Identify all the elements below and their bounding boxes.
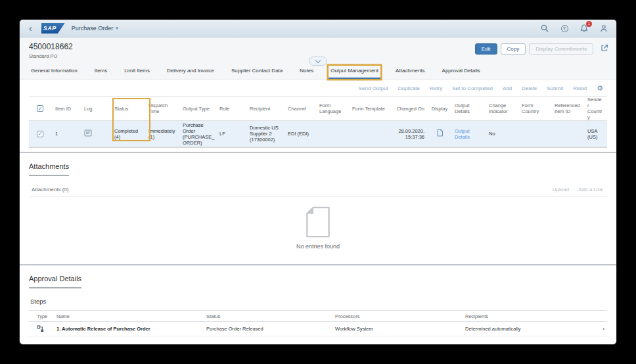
chevron-down-icon bbox=[315, 57, 321, 62]
add-button[interactable]: Add bbox=[503, 85, 512, 91]
column-header-form-language: Form Language bbox=[319, 102, 352, 114]
display-document-icon[interactable] bbox=[436, 129, 443, 139]
column-header-form-template: Form Template bbox=[352, 106, 392, 112]
cell-status: Completed (4) bbox=[114, 128, 148, 140]
approval-details-section-title: Approval Details bbox=[29, 275, 81, 288]
share-icon[interactable] bbox=[601, 44, 608, 54]
chevron-down-icon: ▾ bbox=[116, 26, 118, 31]
search-icon[interactable] bbox=[540, 24, 549, 33]
cell-role: LF bbox=[219, 131, 250, 137]
column-header-status: Status bbox=[114, 106, 148, 112]
cell-changed-on: 28.09.2020, 15:37:36 bbox=[392, 128, 428, 140]
cell-channel: EDI (EDI) bbox=[288, 131, 319, 137]
column-header-role: Role bbox=[219, 106, 250, 112]
steps-title: Steps bbox=[30, 298, 607, 305]
app-title-label: Purchase Order bbox=[72, 25, 114, 32]
column-header-recipient: Recipient bbox=[250, 106, 288, 112]
page-header-titles: 4500018662 Standard PO bbox=[29, 42, 73, 59]
tab-bar: General Information Items Limit Items De… bbox=[20, 62, 616, 80]
cell-output-type: Purchase Order (PURCHASE_ORDER) bbox=[183, 122, 219, 146]
column-header-display: Display bbox=[428, 106, 455, 112]
log-icon[interactable] bbox=[84, 129, 92, 139]
add-a-link-button[interactable]: Add a Link bbox=[578, 187, 603, 193]
upload-button[interactable]: Upload bbox=[553, 187, 569, 193]
cell-item-id: 1 bbox=[55, 131, 84, 137]
column-header-output-details: Output Details bbox=[455, 102, 489, 114]
app-window: ‹ SAP Purchase Order ▾ ? 1 bbox=[20, 20, 616, 344]
approval-details-section: Approval Details Steps Type Name Status … bbox=[20, 265, 616, 336]
column-header-name: Name bbox=[57, 313, 206, 319]
attachments-count: Attachments (0) bbox=[32, 187, 68, 193]
steps-table: Type Name Status Processors Recipients bbox=[29, 310, 607, 336]
desktop-background: ‹ SAP Purchase Order ▾ ? 1 bbox=[0, 0, 636, 364]
attachments-actions: Upload Add a Link bbox=[553, 187, 603, 193]
empty-document-icon bbox=[306, 206, 330, 238]
column-header-output-type: Output Type bbox=[183, 106, 219, 112]
tab-general-information[interactable]: General Information bbox=[29, 66, 80, 79]
help-glyph: ? bbox=[561, 25, 568, 32]
header-actions: Edit Copy Display Commitments bbox=[475, 43, 608, 55]
attachments-section-title: Attachments bbox=[29, 162, 69, 176]
column-header-log: Log bbox=[84, 106, 114, 112]
delete-button[interactable]: Delete bbox=[522, 85, 537, 91]
column-header-dispatch-time: Dispatch Time bbox=[148, 102, 183, 114]
tab-output-management[interactable]: Output Management bbox=[329, 66, 380, 79]
workflow-step-icon bbox=[37, 325, 44, 332]
shell-bar: ‹ SAP Purchase Order ▾ ? 1 bbox=[20, 20, 616, 37]
step-recipients: Determined automatically bbox=[465, 326, 594, 332]
row-chevron-icon[interactable]: › bbox=[594, 326, 604, 332]
tab-items[interactable]: Items bbox=[93, 66, 110, 79]
attachments-empty-state: No entries found bbox=[29, 197, 607, 260]
sap-logo: SAP bbox=[41, 23, 65, 34]
cell-change-indicator: No bbox=[489, 131, 522, 137]
tab-notes[interactable]: Notes bbox=[298, 66, 315, 79]
column-header-step-status: Status bbox=[206, 313, 335, 319]
display-commitments-button[interactable]: Display Commitments bbox=[529, 43, 593, 55]
tab-approval-details[interactable]: Approval Details bbox=[440, 66, 482, 79]
step-processors: Workflow System bbox=[335, 326, 465, 332]
tab-attachments[interactable]: Attachments bbox=[394, 66, 426, 79]
notification-badge: 1 bbox=[586, 21, 592, 27]
shell-icons: ? 1 bbox=[540, 24, 608, 33]
submit-button[interactable]: Submit bbox=[547, 85, 563, 91]
step-name: 1. Automatic Release of Purchase Order bbox=[57, 326, 206, 332]
help-icon[interactable]: ? bbox=[560, 24, 569, 33]
edit-button[interactable]: Edit bbox=[475, 43, 497, 55]
cell-recipient: Domestic US Supplier 2 (17300002) bbox=[250, 125, 288, 143]
retry-button[interactable]: Retry bbox=[430, 85, 442, 91]
send-output-button[interactable]: Send Output bbox=[359, 85, 388, 91]
cell-dispatch-time: Immediately (1) bbox=[148, 128, 183, 140]
column-header-channel: Channel bbox=[288, 106, 319, 112]
column-header-type: Type bbox=[32, 313, 57, 319]
column-header-changed-on: Changed On bbox=[392, 106, 428, 112]
step-status: Purchase Order Released bbox=[206, 326, 335, 332]
tab-delivery-and-invoice[interactable]: Delivery and Invoice bbox=[165, 66, 216, 79]
reset-button[interactable]: Reset bbox=[573, 85, 587, 91]
user-profile-icon[interactable] bbox=[599, 24, 608, 33]
attachments-toolbar: Attachments (0) Upload Add a Link bbox=[29, 184, 607, 197]
empty-state-text: No entries found bbox=[296, 243, 340, 250]
column-header-referenced-item-id: Referenced Item ID bbox=[555, 102, 587, 114]
output-table: ✓ Item ID Log Status Dispatch Time Outpu… bbox=[29, 96, 607, 148]
back-button[interactable]: ‹ bbox=[26, 24, 35, 33]
copy-button[interactable]: Copy bbox=[501, 43, 526, 55]
collapse-header-button[interactable] bbox=[309, 57, 327, 66]
set-to-completed-button[interactable]: Set to Completed bbox=[452, 85, 493, 91]
duplicate-button[interactable]: Duplicate bbox=[398, 85, 420, 91]
column-header-item-id: Item ID bbox=[55, 106, 84, 112]
output-table-row[interactable]: ✓ 1 Completed (4) Immediately (1) Purcha… bbox=[29, 121, 607, 147]
column-header-form-country: Form Country bbox=[522, 102, 555, 114]
output-management-toolbar: Send Output Duplicate Retry Set to Compl… bbox=[20, 80, 616, 96]
table-settings-gear-icon[interactable]: ⚙ bbox=[597, 85, 603, 92]
tab-supplier-contact-data[interactable]: Supplier Contact Data bbox=[229, 66, 284, 79]
select-all-checkbox[interactable]: ✓ bbox=[37, 105, 43, 112]
notifications-bell-icon[interactable]: 1 bbox=[579, 24, 589, 33]
app-title[interactable]: Purchase Order ▾ bbox=[72, 25, 118, 32]
tab-limit-items[interactable]: Limit Items bbox=[122, 66, 152, 79]
row-checkbox[interactable]: ✓ bbox=[37, 131, 43, 137]
steps-table-header: Type Name Status Processors Recipients bbox=[29, 311, 607, 322]
approval-step-row[interactable]: 1. Automatic Release of Purchase Order P… bbox=[29, 322, 607, 336]
output-details-link[interactable]: Output Details bbox=[455, 128, 470, 140]
column-header-change-indicator: Change Indicator bbox=[489, 102, 522, 114]
page-title: 4500018662 bbox=[29, 42, 73, 51]
